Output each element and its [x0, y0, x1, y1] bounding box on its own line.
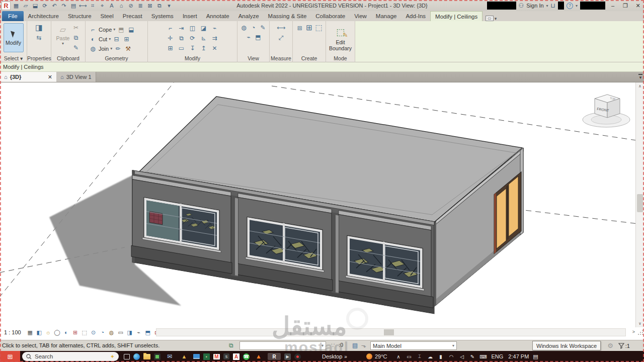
- offset-icon[interactable]: ⇥: [177, 24, 186, 33]
- visual-style-icon[interactable]: ◧: [35, 328, 43, 336]
- sync-icon[interactable]: ⟳: [41, 2, 49, 10]
- worksets-icon[interactable]: ⧉: [229, 342, 233, 349]
- move-icon[interactable]: ✛: [166, 34, 175, 43]
- tab-annotate[interactable]: Annotate: [202, 11, 234, 21]
- green-app-icon[interactable]: [154, 353, 160, 360]
- linework-icon[interactable]: ⌁: [245, 33, 253, 41]
- design-options-icon[interactable]: ▤: [352, 342, 358, 349]
- pick-wall-icon[interactable]: ✏: [114, 44, 122, 53]
- horizontal-scroll-thumb[interactable]: [384, 329, 394, 335]
- default-3d-view-icon[interactable]: ⌂: [117, 2, 125, 10]
- desktop-toolbar[interactable]: Desktop »: [322, 353, 347, 359]
- design-options-pick-icon[interactable]: ⬎: [361, 342, 366, 349]
- pin-icon[interactable]: ↧: [188, 44, 197, 53]
- close-tab-icon[interactable]: ✕: [48, 74, 52, 80]
- temporary-view-properties-icon[interactable]: ◨: [126, 328, 134, 336]
- trim-extend-icon[interactable]: ⊾: [199, 34, 208, 43]
- hide-elements-icon[interactable]: ◔: [249, 23, 258, 32]
- media-app-icon[interactable]: ▶: [284, 353, 291, 360]
- cope-button[interactable]: ⌐ Cope ▾ ⬒ ⬓: [89, 25, 135, 34]
- laptop-app-icon[interactable]: [193, 354, 200, 359]
- taskbar-search[interactable]: Search ✦: [22, 352, 119, 361]
- create-assembly-icon[interactable]: ⬚: [314, 23, 323, 32]
- restore-button[interactable]: ❐: [620, 3, 630, 9]
- paint-icon[interactable]: ⬒: [117, 25, 125, 34]
- copy-icon[interactable]: ⧉: [71, 33, 80, 42]
- gear-icon[interactable]: ⚙: [607, 342, 613, 349]
- weather-widget[interactable]: 29°C: [366, 353, 387, 359]
- crop-view-icon[interactable]: ⊞: [71, 328, 79, 336]
- tab-massing-site[interactable]: Massing & Site: [264, 11, 311, 21]
- switch-windows-icon[interactable]: ⧉: [155, 2, 164, 10]
- family-types-icon[interactable]: ⇆: [35, 33, 43, 42]
- rendering-dialog-icon[interactable]: ◐: [62, 328, 70, 336]
- tab-structure[interactable]: Structure: [63, 11, 96, 21]
- panel-label-create[interactable]: Create: [293, 55, 326, 62]
- measure-between-refs-icon[interactable]: ⟷: [277, 23, 285, 32]
- wifi-icon[interactable]: ◠: [448, 354, 455, 359]
- editing-requests-icon[interactable]: ∵: [331, 342, 335, 349]
- demolish-icon[interactable]: ⚒: [124, 44, 132, 53]
- onedrive-icon[interactable]: ☁: [427, 354, 434, 359]
- edge-icon[interactable]: [133, 353, 140, 360]
- wall-joins-icon[interactable]: ⊟: [112, 35, 121, 43]
- tab-precast[interactable]: Precast: [118, 11, 147, 21]
- sign-in-caret-icon[interactable]: ▾: [546, 4, 548, 8]
- save-icon[interactable]: ⬓: [31, 2, 39, 10]
- scale-icon[interactable]: ▭: [177, 44, 186, 53]
- visibility-graphics-icon[interactable]: ◍: [239, 23, 248, 32]
- mirror-draw-axis-icon[interactable]: ◪: [199, 24, 208, 33]
- text-icon[interactable]: A: [108, 2, 116, 10]
- panel-label-properties[interactable]: Properties: [27, 55, 51, 62]
- create-similar-icon[interactable]: ⧈: [295, 23, 304, 32]
- revit-logo[interactable]: R: [2, 2, 11, 10]
- rotate-icon[interactable]: ⟳: [188, 34, 197, 43]
- hidden-icons-chevron[interactable]: ∧: [395, 354, 402, 359]
- view-tab-list-icon[interactable]: ▼: [638, 74, 642, 80]
- help-icon[interactable]: ?: [567, 3, 573, 9]
- temporary-hide-isolate-icon[interactable]: ◔: [99, 328, 107, 336]
- detail-level-icon[interactable]: ▦: [26, 328, 34, 336]
- aligned-dimension-icon[interactable]: ⌗: [89, 2, 97, 10]
- view-tab-3d-view-1[interactable]: ⌂ 3D View 1: [56, 72, 96, 82]
- view-cube[interactable]: FRONT TOP: [583, 95, 630, 127]
- displacement-sets-icon[interactable]: ⬒: [144, 328, 152, 336]
- align-icon[interactable]: ⌐: [166, 24, 175, 33]
- classroom-icon[interactable]: ▪: [203, 353, 210, 360]
- beam-joins-icon[interactable]: ⊞: [122, 35, 131, 43]
- sun-path-icon[interactable]: ☼: [44, 328, 52, 336]
- ribbon-display-toggle[interactable]: ▭▾: [486, 16, 497, 21]
- create-group-icon[interactable]: ⊞: [305, 23, 313, 32]
- help-caret-icon[interactable]: ▾: [576, 4, 578, 8]
- screen-recorder-icon[interactable]: [294, 353, 301, 360]
- show-crop-region-icon[interactable]: ⬚: [80, 328, 89, 336]
- tab-add-ins[interactable]: Add-Ins: [401, 11, 430, 21]
- gmail-icon[interactable]: M: [213, 354, 220, 359]
- tab-manage[interactable]: Manage: [371, 11, 401, 21]
- file-explorer-icon[interactable]: [143, 354, 150, 359]
- unlocked-view-icon[interactable]: ⊙: [90, 328, 98, 336]
- task-view-icon[interactable]: [124, 354, 130, 359]
- mail-icon[interactable]: ✉: [164, 351, 175, 361]
- reveal-hidden-elements-icon[interactable]: ◍: [108, 328, 116, 336]
- panel-label-geometry[interactable]: Geometry: [86, 55, 147, 62]
- copy-element-icon[interactable]: ⧉: [177, 34, 186, 43]
- design-option-dropdown[interactable]: Main Model ▾: [370, 341, 457, 350]
- scroll-up-icon[interactable]: ∧: [636, 82, 644, 90]
- drawing-area[interactable]: FRONT TOP ∧ ∨ 1 : 100 ▦◧☼◯◐⊞⬚⊙◔◍▭◨⌁⬒⊏ < …: [0, 82, 644, 340]
- scroll-down-icon[interactable]: ∨: [636, 320, 644, 327]
- tab-modify-ceilings[interactable]: Modify | Ceilings: [430, 11, 482, 21]
- redo-icon[interactable]: ↷: [60, 2, 68, 10]
- tab-insert[interactable]: Insert: [178, 11, 202, 21]
- mirror-pick-axis-icon[interactable]: ◫: [188, 24, 197, 33]
- panel-label-clipboard[interactable]: Clipboard: [51, 55, 85, 62]
- battery-icon[interactable]: ▮: [438, 354, 444, 359]
- horizontal-scrollbar[interactable]: [156, 328, 626, 336]
- analytical-model-icon[interactable]: ⌁: [135, 328, 143, 336]
- panel-label-view[interactable]: View: [237, 55, 269, 62]
- tab-steel[interactable]: Steel: [96, 11, 118, 21]
- tab-architecture[interactable]: Architecture: [24, 11, 63, 21]
- pen-icon[interactable]: ✎: [469, 354, 476, 359]
- cut-icon[interactable]: ✂: [71, 23, 80, 32]
- cut-geometry-button[interactable]: ◐ Cut ▾ ⊟ ⊞: [89, 34, 131, 44]
